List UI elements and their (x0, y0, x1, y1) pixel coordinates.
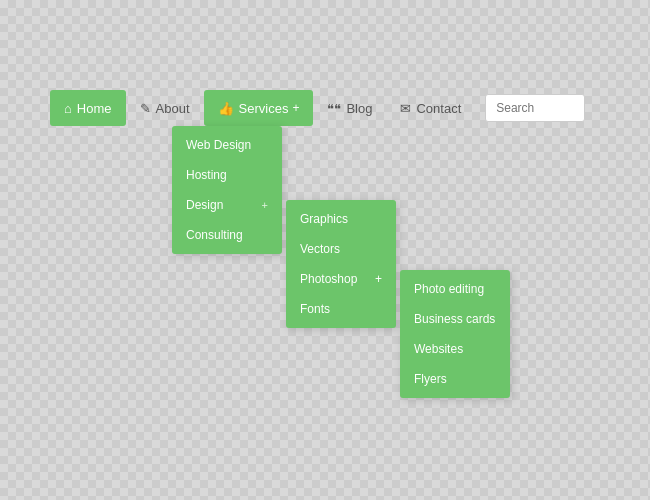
menu-item-business-cards[interactable]: Business cards (400, 304, 510, 334)
menu-label: Flyers (414, 372, 447, 386)
menu-item-websites[interactable]: Websites (400, 334, 510, 364)
dropdown-photoshop: Photo editing Business cards Websites Fl… (400, 270, 510, 398)
menu-item-graphics[interactable]: Graphics (286, 204, 396, 234)
thumbs-up-icon: 👍 (218, 101, 234, 116)
menu-label: Photoshop (300, 272, 357, 286)
nav-contact[interactable]: ✉ Contact (386, 90, 475, 126)
menu-item-photo-editing[interactable]: Photo editing (400, 274, 510, 304)
menu-label: Vectors (300, 242, 340, 256)
menu-item-photoshop[interactable]: Photoshop + (286, 264, 396, 294)
menu-item-fonts[interactable]: Fonts (286, 294, 396, 324)
menu-item-vectors[interactable]: Vectors (286, 234, 396, 264)
nav-bar: ⌂ Home ✎ About 👍 Services + ❝❝ Blog ✉ Co… (50, 90, 585, 126)
menu-item-consulting[interactable]: Consulting (172, 220, 282, 250)
services-plus: + (292, 101, 299, 115)
menu-label: Business cards (414, 312, 495, 326)
menu-item-flyers[interactable]: Flyers (400, 364, 510, 394)
menu-item-web-design[interactable]: Web Design (172, 130, 282, 160)
envelope-icon: ✉ (400, 101, 411, 116)
home-icon: ⌂ (64, 101, 72, 116)
menu-label: Web Design (186, 138, 251, 152)
nav-about[interactable]: ✎ About (126, 90, 204, 126)
nav-services-label: Services (239, 101, 289, 116)
submenu-plus-icon: + (262, 199, 268, 211)
menu-item-hosting[interactable]: Hosting (172, 160, 282, 190)
pencil-icon: ✎ (140, 101, 151, 116)
menu-label: Hosting (186, 168, 227, 182)
dropdown-services: Web Design Hosting Design + Consulting (172, 126, 282, 254)
nav-blog-label: Blog (346, 101, 372, 116)
dropdown-design: Graphics Vectors Photoshop + Fonts (286, 200, 396, 328)
menu-label: Design (186, 198, 223, 212)
menu-label: Consulting (186, 228, 243, 242)
menu-label: Photo editing (414, 282, 484, 296)
menu-item-design[interactable]: Design + (172, 190, 282, 220)
nav-about-label: About (156, 101, 190, 116)
menu-label: Graphics (300, 212, 348, 226)
quote-icon: ❝❝ (327, 101, 341, 116)
search-input[interactable] (485, 94, 585, 122)
nav-home-label: Home (77, 101, 112, 116)
nav-services[interactable]: 👍 Services + (204, 90, 314, 126)
menu-label: Fonts (300, 302, 330, 316)
submenu-plus-icon: + (375, 272, 382, 286)
nav-home[interactable]: ⌂ Home (50, 90, 126, 126)
nav-contact-label: Contact (416, 101, 461, 116)
nav-blog[interactable]: ❝❝ Blog (313, 90, 386, 126)
menu-label: Websites (414, 342, 463, 356)
